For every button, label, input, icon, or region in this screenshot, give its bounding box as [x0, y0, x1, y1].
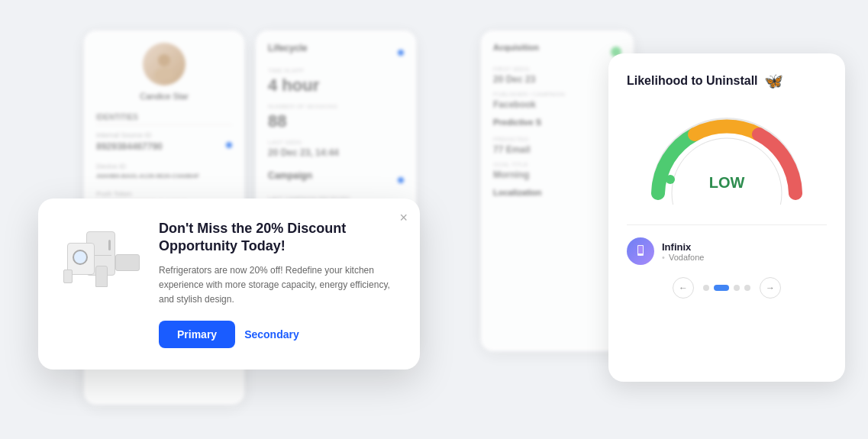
nav-dot-3[interactable] [734, 285, 740, 291]
internal-id-row: Internal Source ID 8929384467790 [96, 131, 232, 158]
primary-button[interactable]: Primary [159, 321, 235, 348]
acquisition-title: Acquisition [493, 43, 539, 55]
predictive-title: Predictive S [493, 118, 621, 130]
time-in-app-value: 4 hour [268, 76, 404, 95]
device-name: Infinix [662, 241, 827, 253]
device-info: Infinix • Vodafone [662, 241, 827, 262]
butterfly-icon: 🦋 [764, 72, 783, 90]
lifecycle-dot [398, 50, 404, 56]
modal-description: Refrigerators are now 20% off! Redefine … [159, 263, 399, 308]
device-carrier: • Vodafone [662, 253, 827, 262]
lifecycle-header-row: Lifecycle [268, 43, 404, 63]
svg-text:LOW: LOW [709, 174, 745, 191]
publisher-label: Publisher / Campaign [493, 91, 621, 98]
last-seen-value: 20 Dec 23, 14:44 [268, 147, 404, 158]
wm-circle [73, 250, 88, 265]
campaign-section: Campaign Last Campaign Received [268, 170, 404, 202]
campaign-dot [398, 177, 404, 183]
svg-point-4 [666, 175, 675, 184]
localization-section: Localization [493, 188, 621, 200]
internal-id-label: Internal Source ID [96, 131, 163, 139]
device-id-value: A8A9B0-BA01-A139-9E20-C0A8B4F [96, 173, 199, 179]
secondary-button[interactable]: Secondary [244, 328, 299, 341]
device-id-label: Device ID [96, 163, 199, 170]
push-token-label: Push Token [96, 190, 197, 198]
acquisition-header-row: Acquisition [493, 43, 621, 61]
carrier-dot: • [662, 253, 665, 262]
gauge-divider [627, 224, 827, 225]
internal-id-dot [226, 142, 232, 148]
goal-title-label: Goal Title [493, 161, 621, 168]
gauge-title: Likelihood to Uninstall [627, 74, 758, 88]
microwave-icon [115, 254, 140, 271]
modal-image [60, 220, 144, 304]
first-seen-label: First Seen [493, 66, 621, 73]
profile-name: Candice Star [140, 92, 189, 101]
modal-actions: Primary Secondary [159, 321, 399, 348]
nav-dots [703, 285, 750, 291]
device-icon [627, 237, 654, 265]
predicted-value: 77 Email [493, 144, 621, 155]
nav-dot-4[interactable] [744, 285, 750, 291]
avatar [143, 43, 186, 86]
predicted-label: Predicted [493, 136, 621, 143]
campaign-title: Campaign [268, 170, 312, 184]
nav-row: ← → [627, 277, 827, 299]
svg-point-8 [640, 254, 641, 256]
device-id-row: Device ID A8A9B0-BA01-A139-9E20-C0A8B4F [96, 163, 232, 186]
num-sessions-value: 88 [268, 111, 404, 131]
last-seen-label: Last Seen [268, 139, 404, 146]
num-sessions-label: Number of Sessions [268, 103, 404, 110]
publisher-value: Facebook [493, 99, 621, 110]
gauge-header: Likelihood to Uninstall 🦋 [627, 72, 827, 90]
modal-close-button[interactable]: × [399, 211, 408, 224]
lifecycle-title: Lifecycle [268, 43, 307, 56]
svg-rect-7 [638, 246, 643, 253]
fridge-handle [108, 240, 111, 250]
predictive-section: Predictive S Predicted 77 Email Goal Tit… [493, 118, 621, 180]
modal-title: Don't Miss the 20% Discount Opportunity … [159, 220, 399, 256]
localization-title: Localization [493, 188, 621, 200]
appliance-illustration [63, 224, 140, 300]
device-row: Infinix • Vodafone [627, 237, 827, 265]
campaign-header-row: Campaign [268, 170, 404, 190]
svg-point-0 [158, 54, 170, 66]
speaker-icon [63, 270, 73, 283]
goal-title-value: Morning [493, 169, 621, 180]
nav-dot-1[interactable] [703, 285, 709, 291]
time-in-app-label: Time in App [268, 67, 404, 74]
nav-dot-2[interactable] [714, 285, 729, 291]
gauge-card: Likelihood to Uninstall 🦋 LOW [608, 53, 845, 382]
modal-content: Don't Miss the 20% Discount Opportunity … [159, 220, 399, 348]
nav-next-button[interactable]: → [760, 277, 781, 299]
nav-prev-button[interactable]: ← [673, 277, 694, 299]
modal-card: × Don't Miss the 20% Discount Opportunit… [38, 199, 420, 370]
gauge-container: LOW [643, 105, 811, 205]
profile-avatar-area: Candice Star [96, 43, 232, 101]
internal-id-value: 8929384467790 [96, 141, 163, 152]
svg-point-1 [154, 68, 174, 79]
identities-heading: IDENTITIES [96, 113, 232, 125]
gauge-svg: LOW [643, 105, 811, 205]
first-seen-value: 20 Dec 23 [493, 74, 621, 85]
carrier-name: Vodafone [669, 253, 705, 262]
scene: Candice Star IDENTITIES Internal Source … [0, 0, 868, 439]
blender-icon [95, 266, 108, 287]
